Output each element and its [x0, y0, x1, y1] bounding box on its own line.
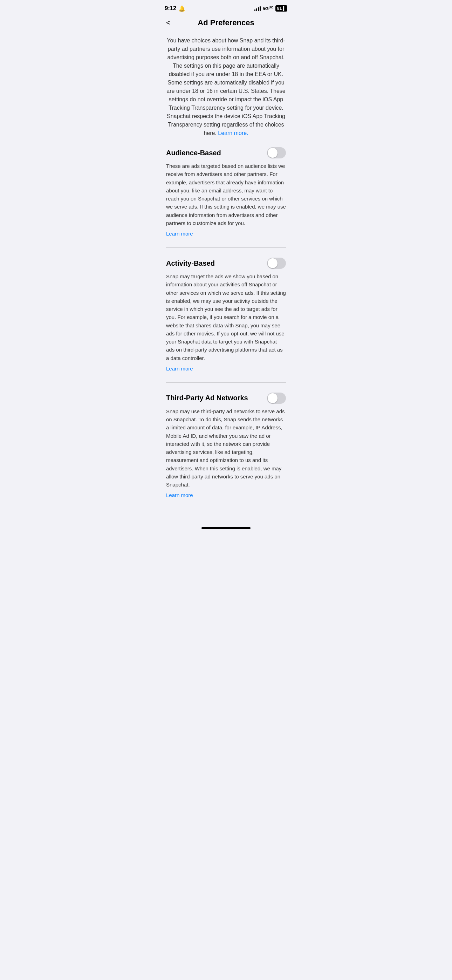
divider-2 — [166, 382, 286, 383]
toggle-knob-3 — [268, 393, 277, 403]
audience-based-section: Audience-Based These are ads targeted ba… — [166, 147, 286, 237]
network-label: 5GUC — [263, 6, 273, 11]
battery-icon: 81 ▌ — [275, 5, 287, 11]
back-button[interactable]: < — [165, 17, 172, 29]
notification-bell-icon: 🔔 — [178, 5, 185, 12]
audience-based-description: These are ads targeted based on audience… — [166, 162, 286, 227]
activity-based-title: Activity-Based — [166, 259, 215, 267]
home-indicator — [158, 523, 294, 532]
status-time: 9:12 — [165, 5, 176, 12]
toggle-knob — [268, 148, 277, 158]
third-party-ad-networks-section: Third-Party Ad Networks Snap may use thi… — [166, 393, 286, 499]
audience-based-header: Audience-Based — [166, 147, 286, 158]
nav-header: < Ad Preferences — [158, 15, 294, 33]
status-icons: 5GUC 81 ▌ — [255, 5, 288, 11]
third-party-toggle[interactable] — [267, 393, 286, 404]
signal-bars-icon — [255, 6, 261, 11]
third-party-learn-more[interactable]: Learn more — [166, 492, 193, 498]
activity-based-learn-more[interactable]: Learn more — [166, 366, 193, 372]
intro-text: You have choices about how Snap and its … — [166, 37, 286, 137]
intro-learn-more-link[interactable]: Learn more. — [218, 130, 248, 136]
third-party-header: Third-Party Ad Networks — [166, 393, 286, 404]
toggle-knob-2 — [268, 258, 277, 268]
activity-based-header: Activity-Based — [166, 258, 286, 269]
activity-based-description: Snap may target the ads we show you base… — [166, 272, 286, 362]
audience-based-toggle[interactable] — [267, 147, 286, 158]
home-bar — [202, 527, 250, 529]
activity-based-section: Activity-Based Snap may target the ads w… — [166, 258, 286, 372]
audience-based-learn-more[interactable]: Learn more — [166, 231, 193, 237]
audience-based-title: Audience-Based — [166, 149, 221, 157]
divider-1 — [166, 247, 286, 248]
third-party-title: Third-Party Ad Networks — [166, 394, 248, 402]
status-bar: 9:12 🔔 5GUC 81 ▌ — [158, 0, 294, 15]
third-party-description: Snap may use third-party ad networks to … — [166, 407, 286, 489]
content-area: You have choices about how Snap and its … — [158, 33, 294, 523]
page-title: Ad Preferences — [197, 18, 254, 27]
activity-based-toggle[interactable] — [267, 258, 286, 269]
